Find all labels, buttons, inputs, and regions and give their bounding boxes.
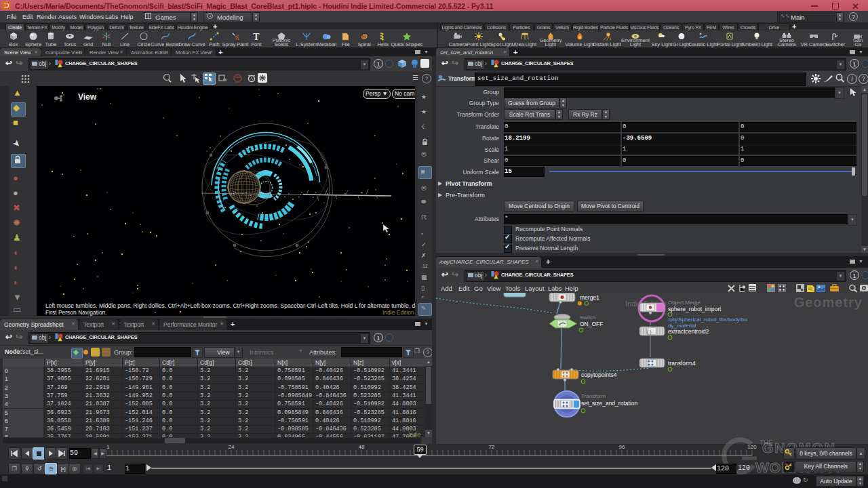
svg-text:24: 24: [229, 444, 235, 450]
svg-text:Object Merge: Object Merge: [668, 300, 701, 306]
svg-text:merge1: merge1: [580, 294, 599, 301]
svg-text:sphere_robot_import: sphere_robot_import: [668, 306, 722, 312]
svg-text:extractcentroid2: extractcentroid2: [668, 328, 709, 335]
svg-text:120: 120: [747, 444, 757, 450]
svg-text:72: 72: [489, 444, 495, 450]
svg-text:T: T: [253, 32, 260, 41]
svg-text:1: 1: [106, 444, 110, 450]
svg-text:Transform: Transform: [581, 393, 606, 399]
svg-text:!: !: [579, 302, 580, 306]
svg-text:( ): ( ): [647, 329, 652, 335]
svg-text:copytopoints4: copytopoints4: [581, 371, 617, 378]
svg-text:set_size_and_rotation: set_size_and_rotation: [581, 400, 637, 407]
svg-text:Switch: Switch: [580, 314, 596, 321]
svg-text:48: 48: [359, 444, 365, 450]
svg-text:ON_OFF: ON_OFF: [580, 321, 603, 327]
svg-text:96: 96: [619, 444, 625, 450]
svg-text:/obj/Spherical_robot_fbx/body/: /obj/Spherical_robot_fbx/body/bo: [668, 317, 748, 323]
svg-text:transform4: transform4: [668, 360, 696, 367]
